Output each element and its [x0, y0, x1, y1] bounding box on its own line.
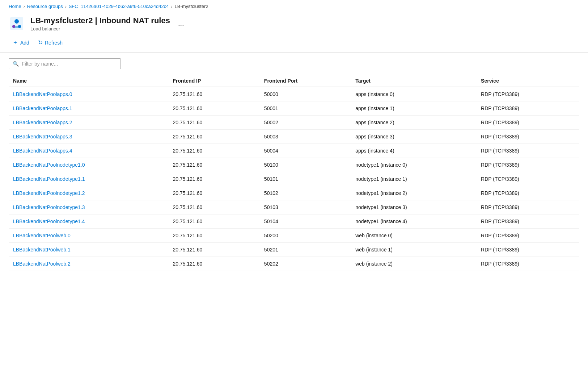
cell-frontend-ip: 20.75.121.60	[169, 158, 260, 172]
main-content: 🔍 Name Frontend IP Frontend Port Target …	[0, 53, 588, 277]
cell-service: RDP (TCP/3389)	[477, 200, 579, 214]
search-icon: 🔍	[13, 61, 19, 67]
svg-point-1	[14, 19, 19, 24]
breadcrumb-home[interactable]: Home	[9, 4, 21, 9]
add-button[interactable]: ＋ Add	[9, 37, 33, 49]
table-row: LBBackendNatPoolnodetype1.220.75.121.605…	[9, 186, 579, 200]
cell-frontend-port: 50201	[260, 243, 351, 257]
nat-rule-link[interactable]: LBBackendNatPoolapps.3	[13, 134, 72, 139]
col-header-target: Target	[351, 75, 477, 87]
cell-name: LBBackendNatPoolapps.2	[9, 116, 169, 130]
cell-target: apps (instance 2)	[351, 116, 477, 130]
cell-frontend-ip: 20.75.121.60	[169, 101, 260, 116]
cell-frontend-port: 50103	[260, 200, 351, 214]
svg-point-2	[12, 25, 15, 28]
col-header-frontend-port: Frontend Port	[260, 75, 351, 87]
cell-target: web (instance 0)	[351, 229, 477, 243]
cell-frontend-port: 50200	[260, 229, 351, 243]
cell-target: web (instance 2)	[351, 257, 477, 271]
cell-frontend-ip: 20.75.121.60	[169, 200, 260, 214]
breadcrumb-sep-2: ›	[65, 4, 67, 9]
refresh-icon: ↻	[38, 39, 43, 46]
breadcrumb-sep-1: ›	[24, 4, 25, 9]
col-header-name: Name	[9, 75, 169, 87]
toolbar: ＋ Add ↻ Refresh	[0, 33, 588, 53]
table-row: LBBackendNatPoolweb.120.75.121.6050201we…	[9, 243, 579, 257]
nat-rule-link[interactable]: LBBackendNatPoolnodetype1.1	[13, 176, 85, 182]
filter-input[interactable]	[22, 61, 117, 67]
cell-name: LBBackendNatPoolweb.1	[9, 243, 169, 257]
nat-rule-link[interactable]: LBBackendNatPoolnodetype1.3	[13, 204, 85, 210]
cell-target: apps (instance 1)	[351, 101, 477, 116]
cell-frontend-ip: 20.75.121.60	[169, 172, 260, 186]
cell-frontend-port: 50101	[260, 172, 351, 186]
breadcrumb: Home › Resource groups › SFC_11426a01-40…	[0, 0, 588, 13]
cell-target: apps (instance 0)	[351, 87, 477, 101]
cell-service: RDP (TCP/3389)	[477, 186, 579, 200]
cell-frontend-port: 50002	[260, 116, 351, 130]
cell-target: apps (instance 4)	[351, 144, 477, 158]
nat-rule-link[interactable]: LBBackendNatPoolapps.1	[13, 105, 72, 111]
svg-point-3	[18, 25, 21, 28]
table-row: LBBackendNatPoolnodetype1.320.75.121.605…	[9, 200, 579, 214]
cell-service: RDP (TCP/3389)	[477, 172, 579, 186]
cell-target: nodetype1 (instance 4)	[351, 214, 477, 229]
cell-frontend-port: 50004	[260, 144, 351, 158]
cell-service: RDP (TCP/3389)	[477, 101, 579, 116]
nat-rule-link[interactable]: LBBackendNatPoolapps.2	[13, 120, 72, 125]
cell-name: LBBackendNatPoolapps.1	[9, 101, 169, 116]
nat-rule-link[interactable]: LBBackendNatPoolweb.0	[13, 233, 71, 238]
nat-rule-link[interactable]: LBBackendNatPoolnodetype1.4	[13, 218, 85, 224]
cell-service: RDP (TCP/3389)	[477, 158, 579, 172]
table-row: LBBackendNatPoolweb.020.75.121.6050200we…	[9, 229, 579, 243]
cell-name: LBBackendNatPoolnodetype1.3	[9, 200, 169, 214]
cell-target: nodetype1 (instance 0)	[351, 158, 477, 172]
cell-target: apps (instance 3)	[351, 130, 477, 144]
cell-name: LBBackendNatPoolnodetype1.4	[9, 214, 169, 229]
cell-frontend-port: 50001	[260, 101, 351, 116]
cell-name: LBBackendNatPoolnodetype1.1	[9, 172, 169, 186]
cell-service: RDP (TCP/3389)	[477, 214, 579, 229]
cell-frontend-ip: 20.75.121.60	[169, 257, 260, 271]
table-row: LBBackendNatPoolapps.220.75.121.6050002a…	[9, 116, 579, 130]
cell-frontend-ip: 20.75.121.60	[169, 116, 260, 130]
cell-target: nodetype1 (instance 1)	[351, 172, 477, 186]
table-row: LBBackendNatPoolapps.420.75.121.6050004a…	[9, 144, 579, 158]
cell-frontend-port: 50100	[260, 158, 351, 172]
page-title: LB-mysfcluster2 | Inbound NAT rules	[30, 16, 170, 25]
nat-rule-link[interactable]: LBBackendNatPoolnodetype1.2	[13, 190, 85, 196]
table-row: LBBackendNatPoolapps.320.75.121.6050003a…	[9, 130, 579, 144]
table-row: LBBackendNatPoolapps.020.75.121.6050000a…	[9, 87, 579, 101]
cell-target: web (instance 1)	[351, 243, 477, 257]
cell-target: nodetype1 (instance 2)	[351, 186, 477, 200]
breadcrumb-sep-3: ›	[171, 4, 173, 9]
nat-rule-link[interactable]: LBBackendNatPoolnodetype1.0	[13, 162, 85, 168]
cell-frontend-port: 50104	[260, 214, 351, 229]
cell-name: LBBackendNatPoolweb.0	[9, 229, 169, 243]
cell-frontend-port: 50102	[260, 186, 351, 200]
breadcrumb-subscription[interactable]: SFC_11426a01-4029-4b62-a9f6-510ca24d42c4	[69, 4, 169, 9]
breadcrumb-resource-groups[interactable]: Resource groups	[27, 4, 63, 9]
nat-rule-link[interactable]: LBBackendNatPoolweb.2	[13, 261, 71, 267]
nat-rules-table: Name Frontend IP Frontend Port Target Se…	[9, 75, 579, 271]
refresh-button[interactable]: ↻ Refresh	[34, 37, 66, 48]
table-header-row: Name Frontend IP Frontend Port Target Se…	[9, 75, 579, 87]
cell-frontend-ip: 20.75.121.60	[169, 229, 260, 243]
cell-service: RDP (TCP/3389)	[477, 243, 579, 257]
nat-rule-link[interactable]: LBBackendNatPoolweb.1	[13, 247, 71, 253]
header-text: LB-mysfcluster2 | Inbound NAT rules Load…	[30, 16, 170, 32]
cell-target: nodetype1 (instance 3)	[351, 200, 477, 214]
nat-rule-link[interactable]: LBBackendNatPoolapps.0	[13, 91, 72, 97]
cell-frontend-ip: 20.75.121.60	[169, 214, 260, 229]
cell-service: RDP (TCP/3389)	[477, 229, 579, 243]
table-row: LBBackendNatPoolweb.220.75.121.6050202we…	[9, 257, 579, 271]
cell-frontend-ip: 20.75.121.60	[169, 243, 260, 257]
cell-name: LBBackendNatPoolapps.3	[9, 130, 169, 144]
cell-service: RDP (TCP/3389)	[477, 257, 579, 271]
cell-name: LBBackendNatPoolweb.2	[9, 257, 169, 271]
nat-rule-link[interactable]: LBBackendNatPoolapps.4	[13, 148, 72, 154]
table-row: LBBackendNatPoolnodetype1.020.75.121.605…	[9, 158, 579, 172]
cell-frontend-port: 50003	[260, 130, 351, 144]
resource-type-label: Load balancer	[30, 26, 170, 32]
more-options-button[interactable]: ...	[176, 19, 186, 29]
